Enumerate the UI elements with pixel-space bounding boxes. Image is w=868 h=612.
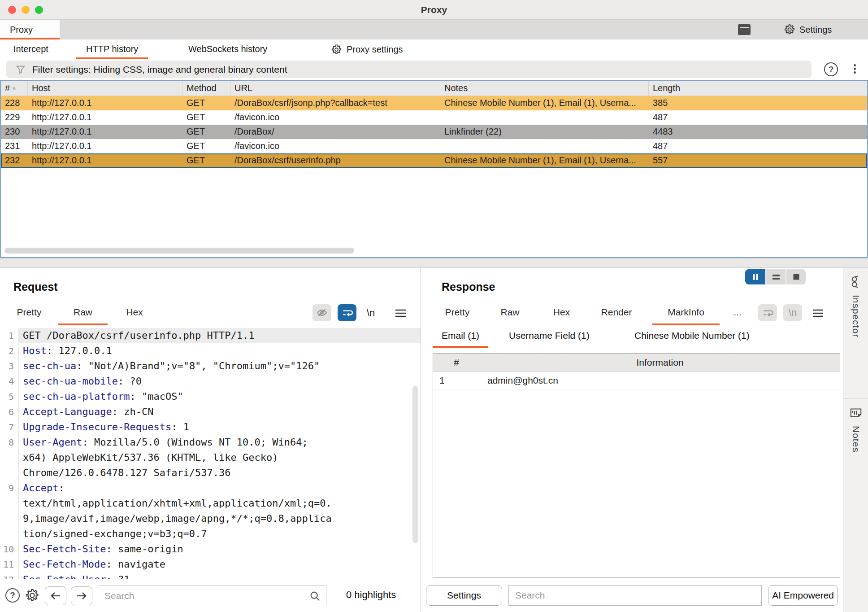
tab-intercept[interactable]: Intercept <box>4 39 58 59</box>
word-wrap-icon[interactable] <box>338 304 356 321</box>
kebab-menu-icon[interactable] <box>853 63 856 76</box>
request-tab-hex[interactable]: Hex <box>112 302 157 325</box>
request-line: 1GET /DoraBox/csrf/userinfo.php HTTP/1.1 <box>0 328 421 343</box>
sidebar-tab-inspector[interactable]: Inspector <box>843 275 868 337</box>
tab-proxy[interactable]: Proxy <box>0 20 60 39</box>
column-header-method[interactable]: Method <box>182 81 230 96</box>
response-footer: Settings AI Empowered <box>421 579 843 612</box>
request-vertical-scrollbar-thumb[interactable] <box>412 386 418 543</box>
back-arrow-button[interactable] <box>45 586 66 605</box>
response-search-box <box>508 585 762 606</box>
cell-host: http://127.0.0.1 <box>28 125 182 139</box>
cell-information: admin@gh0st.cn <box>480 372 840 389</box>
horizontal-splitter[interactable] <box>0 258 868 268</box>
tab-http-history[interactable]: HTTP history <box>76 39 148 59</box>
window-layout-icon[interactable] <box>738 24 751 35</box>
request-tab-bar: Pretty Raw Hex <box>0 302 421 325</box>
cell-id: 230 <box>1 125 28 139</box>
settings-label: Settings <box>799 25 832 35</box>
response-tab-hex[interactable]: Hex <box>538 302 585 325</box>
filter-settings-bar[interactable]: Filter settings: Hiding CSS, image and g… <box>6 61 812 78</box>
column-header-url[interactable]: URL <box>230 81 440 96</box>
proxy-app-window: Proxy Proxy Settings Intercept HTTP hist… <box>0 0 868 612</box>
cell-id: 228 <box>1 96 28 110</box>
request-search-input[interactable] <box>98 586 326 606</box>
word-wrap-icon[interactable] <box>758 304 777 321</box>
cell-length: 4483 <box>649 125 867 139</box>
response-tab-pretty[interactable]: Pretty <box>433 302 482 325</box>
column-header-number[interactable]: #˄ <box>1 81 28 96</box>
request-editor[interactable]: 1GET /DoraBox/csrf/userinfo.php HTTP/1.1… <box>0 325 421 579</box>
request-tab-raw[interactable]: Raw <box>58 302 108 325</box>
proxy-sub-tab-bar: Intercept HTTP history WebSockets histor… <box>0 39 868 59</box>
titlebar: Proxy <box>0 0 868 20</box>
cell-notes: Chinese Mobile Number (1), Email (1), Us… <box>440 153 649 168</box>
cell-url: /DoraBox/csrf/jsonp.php?callback=test <box>230 96 440 110</box>
request-tab-pretty[interactable]: Pretty <box>4 302 54 325</box>
request-line: x64) AppleWebKit/537.36 (KHTML, like Gec… <box>0 450 421 465</box>
window-title: Proxy <box>0 4 868 15</box>
pause-icon[interactable] <box>745 269 765 284</box>
sidebar-tab-notes[interactable]: Notes <box>843 406 868 453</box>
cell-notes <box>440 110 649 125</box>
cell-host: http://127.0.0.1 <box>28 110 182 125</box>
column-header-index[interactable]: # <box>433 354 480 371</box>
cell-notes: Chinese Mobile Number (1), Email (1), Us… <box>440 96 649 110</box>
history-row-228[interactable]: 228http://127.0.0.1GET/DoraBox/csrf/json… <box>1 96 867 110</box>
gear-icon[interactable] <box>25 588 39 603</box>
cell-url: /DoraBox/csrf/userinfo.php <box>230 153 440 168</box>
cell-index: 1 <box>433 372 480 389</box>
tab-proxy-settings[interactable]: Proxy settings <box>331 39 403 59</box>
response-tab-render[interactable]: Render <box>590 302 643 325</box>
help-icon[interactable]: ? <box>5 588 20 603</box>
settings-button[interactable]: Settings <box>784 20 832 39</box>
forward-arrow-button[interactable] <box>71 586 92 605</box>
column-header-host[interactable]: Host <box>28 81 182 96</box>
cell-method: GET <box>182 153 230 168</box>
cell-url: /favicon.ico <box>230 139 440 153</box>
subtab-email[interactable]: Email (1) <box>433 325 488 348</box>
response-title: Response <box>442 280 495 293</box>
tab-websockets-history-label: WebSockets history <box>188 44 267 54</box>
sidebar-tab-notes-label: Notes <box>851 426 861 453</box>
markinfo-subtab-bar: Email (1) Username Field (1) Chinese Mob… <box>421 325 843 348</box>
search-icon <box>309 590 321 603</box>
hamburger-menu-icon[interactable] <box>812 308 824 319</box>
history-row-229[interactable]: 229http://127.0.0.1GET/favicon.ico487 <box>1 110 867 125</box>
response-panel: Response Pretty Raw Hex Render MarkInfo … <box>421 268 843 612</box>
markinfo-row[interactable]: 1 admin@gh0st.cn <box>433 372 840 389</box>
request-line: Chrome/126.0.6478.127 Safari/537.36 <box>0 465 421 481</box>
subtab-chinese-mobile-number[interactable]: Chinese Mobile Number (1) <box>625 325 759 348</box>
sidebar-separator <box>843 398 868 399</box>
subtab-username-field[interactable]: Username Field (1) <box>500 325 599 348</box>
message-editor-section: Request Pretty Raw Hex <box>0 268 868 612</box>
response-tab-markinfo[interactable]: MarkInfo <box>652 302 720 325</box>
history-row-230[interactable]: 230http://127.0.0.1GET/DoraBox/Linkfinde… <box>1 125 867 139</box>
eye-off-icon[interactable] <box>312 304 331 321</box>
linebreak-toggle[interactable]: \n <box>783 304 802 321</box>
split-view-icon[interactable] <box>765 269 786 284</box>
history-row-232[interactable]: 232http://127.0.0.1GET/DoraBox/csrf/user… <box>1 153 867 168</box>
hamburger-menu-icon[interactable] <box>395 308 407 319</box>
request-line: 6Accept-Language: zh-CN <box>0 404 421 420</box>
column-header-notes[interactable]: Notes <box>440 81 649 96</box>
response-tab-overflow[interactable]: ... <box>729 302 746 325</box>
request-line: 9Accept: <box>0 481 421 496</box>
help-icon[interactable]: ? <box>824 62 838 76</box>
horizontal-scrollbar-thumb[interactable] <box>4 248 354 254</box>
markinfo-settings-button[interactable]: Settings <box>426 585 502 606</box>
stop-icon[interactable] <box>786 269 806 284</box>
request-footer: ? <box>0 579 421 612</box>
ai-empowered-button[interactable]: AI Empowered <box>768 585 838 606</box>
cell-length: 487 <box>649 110 867 125</box>
gear-icon <box>784 24 795 35</box>
column-header-information[interactable]: Information <box>480 354 840 371</box>
response-search-input[interactable] <box>509 586 761 605</box>
cell-host: http://127.0.0.1 <box>28 96 182 110</box>
tab-websockets-history[interactable]: WebSockets history <box>178 39 277 59</box>
sort-ascending-icon: ˄ <box>12 85 16 92</box>
history-row-231[interactable]: 231http://127.0.0.1GET/favicon.ico487 <box>1 139 867 153</box>
column-header-length[interactable]: Length <box>649 81 867 96</box>
response-tab-raw[interactable]: Raw <box>486 302 534 325</box>
linebreak-toggle[interactable]: \n <box>367 307 375 319</box>
